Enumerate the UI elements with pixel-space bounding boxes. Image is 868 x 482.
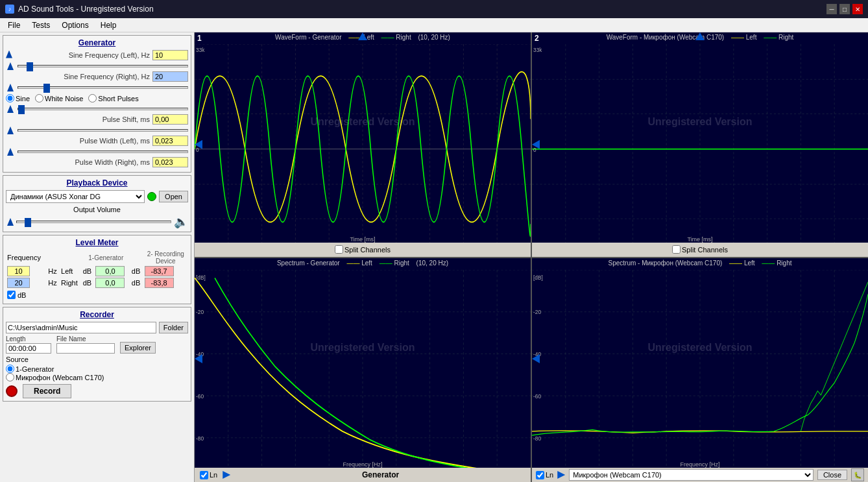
chart3-container: Spectrum - Generator —— Left —— Right (1… bbox=[195, 258, 531, 483]
slider-track-3[interactable] bbox=[18, 108, 188, 110]
db-label-2: dB bbox=[130, 265, 143, 277]
filename-label: File Name bbox=[56, 335, 115, 343]
close-button[interactable]: Close bbox=[817, 470, 847, 480]
gen-right-db-input[interactable]: 0,0 bbox=[95, 278, 125, 288]
length-row: Length 00:00:00 File Name Explorer bbox=[6, 335, 188, 354]
pulse-width-right-input[interactable]: 0,023 bbox=[152, 157, 188, 167]
slider-thumb-3[interactable] bbox=[18, 105, 25, 114]
sine-freq-left-input[interactable]: 10 bbox=[152, 50, 188, 60]
record-indicator bbox=[6, 385, 18, 397]
menu-help[interactable]: Help bbox=[95, 19, 122, 30]
bug-icon[interactable]: 🐛 bbox=[851, 468, 864, 481]
slider-row-3 bbox=[6, 105, 188, 113]
svg-text:-20: -20 bbox=[196, 308, 204, 315]
folder-button[interactable]: Folder bbox=[159, 322, 188, 333]
chart3-ln-text: Ln bbox=[210, 471, 217, 479]
app-icon: ♪ bbox=[5, 5, 14, 14]
chart2-split-label[interactable]: Split Channels bbox=[672, 245, 728, 254]
chart1-split-checkbox[interactable] bbox=[335, 245, 343, 254]
filename-input[interactable] bbox=[56, 343, 115, 354]
freq-label: Frequency bbox=[6, 250, 47, 265]
short-pulses-radio[interactable]: Short Pulses bbox=[88, 94, 138, 102]
rec-left-db-input[interactable]: -83,7 bbox=[145, 266, 174, 276]
chart4-ln-text: Ln bbox=[546, 471, 553, 479]
svg-text:0: 0 bbox=[533, 147, 536, 154]
record-button[interactable]: Record bbox=[23, 384, 71, 398]
source-label: Source bbox=[6, 355, 188, 363]
db-checkbox-row[interactable]: dB bbox=[7, 291, 187, 299]
slider-track-4[interactable] bbox=[18, 129, 188, 132]
chart4-title: Spectrum - Микрофон (Webcam C170) —— Lef… bbox=[609, 259, 792, 267]
menu-options[interactable]: Options bbox=[56, 19, 93, 30]
path-row: C:\Users\admin\Music Folder bbox=[6, 322, 188, 333]
source-mic-radio[interactable]: Микрофон (Webcam C170) bbox=[6, 373, 188, 381]
path-input[interactable]: C:\Users\admin\Music bbox=[6, 322, 156, 333]
slider-up-icon-1 bbox=[6, 51, 12, 58]
chart3-arrow-right[interactable] bbox=[223, 471, 230, 479]
chart3-bottom: Ln Generator bbox=[195, 468, 531, 482]
generator-section: Generator Sine Frequency (Left), Hz 10 S… bbox=[3, 35, 191, 173]
slider-track-1[interactable] bbox=[18, 65, 188, 67]
volume-slider-icon bbox=[7, 218, 14, 226]
chart1-x-label: Time [ms] bbox=[350, 236, 375, 243]
explorer-button[interactable]: Explorer bbox=[120, 342, 156, 354]
device-select-row: Динамики (ASUS Xonar DG Open bbox=[6, 190, 188, 203]
minimize-button[interactable]: ─ bbox=[826, 4, 837, 14]
svg-text:-20: -20 bbox=[533, 308, 541, 315]
chart4-arrow-right[interactable] bbox=[557, 471, 565, 479]
gen-left-db-input[interactable]: 0,0 bbox=[95, 266, 125, 276]
slider-icon-2 bbox=[7, 84, 14, 91]
volume-slider-track[interactable] bbox=[16, 221, 171, 223]
sine-freq-right-row: Sine Frequency (Right), Hz 20 bbox=[6, 71, 188, 82]
close-button[interactable]: ✕ bbox=[852, 4, 863, 14]
chart1-split-label[interactable]: Split Channels bbox=[335, 245, 391, 254]
chart4-ln-checkbox[interactable] bbox=[536, 471, 544, 479]
chart1-number: 1 bbox=[197, 34, 202, 43]
slider-thumb-2[interactable] bbox=[43, 84, 50, 93]
sine-freq-left-row: Sine Frequency (Left), Hz 10 bbox=[6, 50, 188, 60]
chart2-x-label: Time [ms] bbox=[687, 236, 712, 243]
source-generator-label: 1-Generator bbox=[16, 365, 54, 373]
maximize-button[interactable]: □ bbox=[839, 4, 850, 14]
mode-radio-row: Sine White Noise Short Pulses bbox=[6, 94, 188, 102]
filename-col: File Name bbox=[56, 335, 115, 354]
chart4-device-select[interactable]: Микрофон (Webcam C170) bbox=[569, 469, 814, 481]
chart3-svg: -20 -40 -60 -80 -100 10 20 40 100 200 50… bbox=[195, 270, 531, 480]
pulse-shift-input[interactable]: 0,00 bbox=[152, 114, 188, 125]
menu-bar: File Tests Options Help bbox=[0, 18, 868, 32]
white-noise-radio[interactable]: White Noise bbox=[35, 94, 83, 102]
chart2-split-checkbox[interactable] bbox=[672, 245, 681, 254]
source-generator-radio[interactable]: 1-Generator bbox=[6, 365, 188, 373]
pulse-width-left-input[interactable]: 0,023 bbox=[152, 136, 188, 146]
chart4-watermark: Unregistered Version bbox=[648, 342, 753, 354]
db-label-3: dB bbox=[82, 277, 95, 289]
slider-icon-1 bbox=[7, 62, 14, 70]
sine-radio[interactable]: Sine bbox=[6, 94, 30, 102]
slider-track-2[interactable] bbox=[18, 86, 188, 89]
slider-thumb-1[interactable] bbox=[27, 62, 33, 71]
pulse-shift-label: Pulse Shift, ms bbox=[6, 115, 152, 123]
open-button[interactable]: Open bbox=[159, 191, 188, 202]
recorder-title: Recorder bbox=[6, 310, 188, 319]
sine-freq-right-input[interactable]: 20 bbox=[152, 71, 188, 82]
chart4-ln-label[interactable]: Ln bbox=[536, 471, 553, 479]
slider-track-5[interactable] bbox=[18, 151, 188, 153]
freq-left-input[interactable]: 10 bbox=[7, 266, 30, 276]
chart3-ln-label[interactable]: Ln bbox=[200, 471, 217, 479]
chart3-ln-checkbox[interactable] bbox=[200, 471, 208, 479]
menu-file[interactable]: File bbox=[3, 19, 25, 30]
short-pulses-label: Short Pulses bbox=[98, 95, 138, 102]
rec-right-db-input[interactable]: -83,8 bbox=[145, 278, 174, 288]
level-meter-title: Level Meter bbox=[6, 238, 188, 247]
generator-title: Generator bbox=[6, 38, 188, 47]
slider-icon-4 bbox=[7, 127, 14, 134]
playback-device-select[interactable]: Динамики (ASUS Xonar DG bbox=[6, 190, 145, 203]
volume-slider-thumb[interactable] bbox=[25, 218, 31, 227]
menu-tests[interactable]: Tests bbox=[27, 19, 55, 30]
hz-label-1: Hz bbox=[47, 265, 60, 277]
freq-right-input[interactable]: 20 bbox=[7, 278, 30, 288]
playback-title: Playback Device bbox=[6, 178, 188, 187]
pulse-width-right-label: Pulse Width (Right), ms bbox=[6, 158, 152, 166]
db-checkbox[interactable] bbox=[7, 291, 16, 299]
length-input[interactable]: 00:00:00 bbox=[6, 343, 51, 354]
